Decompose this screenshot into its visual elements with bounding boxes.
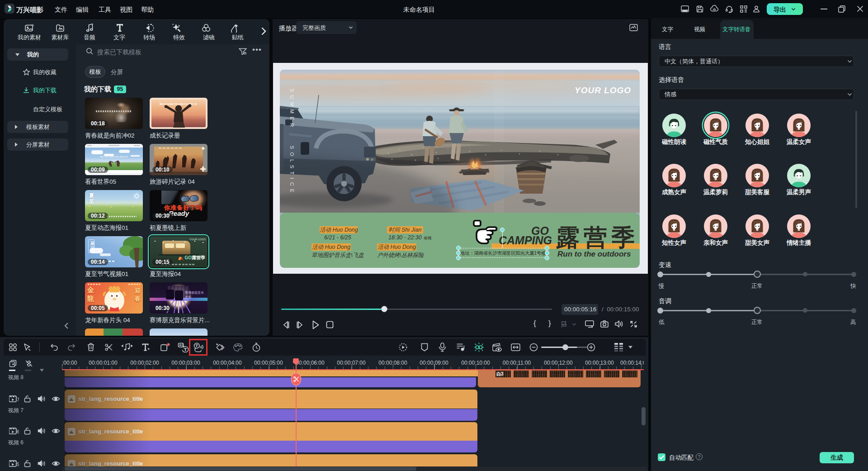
svg-text:7: 7	[17, 397, 19, 402]
svg-text:S U M M E R: S U M M E R	[289, 89, 295, 128]
svg-text:S O L S T I C E: S O L S T I C E	[289, 146, 295, 193]
svg-text:6: 6	[17, 429, 19, 434]
svg-text:5: 5	[17, 461, 19, 467]
svg-text:YOUR LOGO: YOUR LOGO	[575, 86, 631, 95]
